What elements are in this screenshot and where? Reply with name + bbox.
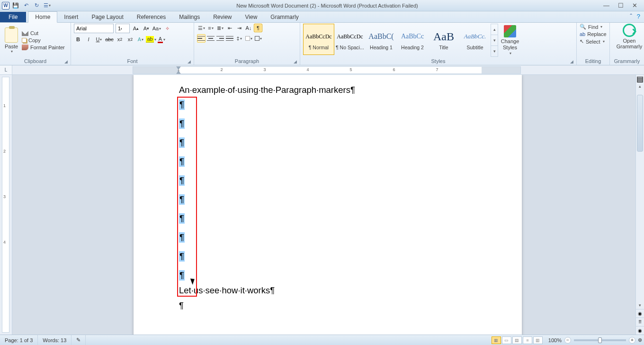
highlight-button[interactable]: ab▾ (147, 35, 155, 44)
italic-button[interactable]: I (84, 35, 93, 44)
document-canvas[interactable]: An·example·of·using·the·Paragraph·marker… (12, 75, 635, 335)
save-icon[interactable]: 💾 (11, 1, 20, 10)
tab-view[interactable]: View (239, 12, 264, 22)
close-button[interactable]: ✕ (632, 2, 637, 9)
paragraph-mark[interactable]: ¶ (179, 171, 476, 190)
full-screen-view-button[interactable]: ▭ (502, 336, 511, 344)
paragraph-mark[interactable]: ¶ (179, 133, 476, 152)
print-layout-view-button[interactable]: ▦ (492, 336, 501, 344)
scroll-thumb[interactable] (637, 95, 643, 152)
bullets-button[interactable]: ☰▾ (197, 24, 206, 32)
gallery-up-icon[interactable]: ▴ (491, 24, 498, 35)
page[interactable]: An·example·of·using·the·Paragraph·marker… (134, 75, 522, 335)
align-right-button[interactable] (216, 34, 224, 43)
justify-button[interactable] (225, 34, 234, 43)
align-left-button[interactable] (197, 34, 206, 43)
line-spacing-button[interactable]: ‡▾ (235, 34, 243, 43)
paragraph-mark[interactable]: ¶ (179, 114, 476, 133)
zoom-in-button[interactable]: + (629, 337, 635, 344)
align-center-button[interactable] (206, 34, 215, 43)
horizontal-ruler[interactable]: 1234567 (133, 66, 521, 74)
zoom-fit-icon[interactable]: ⊕ (635, 337, 644, 343)
status-proofing[interactable]: ✎ (72, 335, 86, 345)
style-heading-1[interactable]: AaBbC(Heading 1 (366, 24, 397, 55)
redo-icon[interactable]: ↻ (32, 1, 41, 10)
tab-insert[interactable]: Insert (57, 12, 85, 22)
decrease-indent-button[interactable]: ⇤ (225, 24, 234, 32)
numbering-button[interactable]: ≡▾ (206, 24, 215, 32)
status-words[interactable]: Words: 13 (38, 335, 72, 345)
browse-object-icon[interactable]: ⠿ (636, 318, 644, 326)
scroll-track[interactable] (636, 90, 644, 301)
paragraph-mark[interactable]: ¶ (179, 190, 476, 209)
strikethrough-button[interactable]: abc (105, 35, 114, 44)
zoom-level[interactable]: 100% (546, 337, 564, 343)
vertical-ruler[interactable]: 1234 (0, 75, 12, 335)
minimize-button[interactable]: — (603, 2, 609, 9)
style-subtitle[interactable]: AaBbCc.Subtitle (459, 24, 491, 55)
outline-view-button[interactable]: ≡ (523, 336, 532, 344)
-styleslauncher-icon[interactable]: ◢ (570, 59, 573, 64)
hanging-indent-icon[interactable] (176, 71, 181, 74)
change-case-button[interactable]: Aa▾ (152, 24, 161, 33)
paragraph-mark[interactable]: ¶ (179, 247, 476, 266)
open-grammarly-button[interactable]: Open Grammarly (613, 24, 644, 49)
font-name-select[interactable] (74, 24, 114, 33)
text-line[interactable]: An·example·of·using·the·Paragraph·marker… (179, 84, 476, 95)
paragraph-mark[interactable]: ¶ (179, 95, 476, 114)
multilevel-button[interactable]: ≣▾ (216, 24, 224, 32)
gallery-down-icon[interactable]: ▾ (491, 35, 498, 46)
text-effects-button[interactable]: A▾ (136, 35, 145, 44)
undo-icon[interactable]: ↶ (22, 1, 30, 10)
select-button[interactable]: ↖Select▾ (580, 38, 607, 45)
underline-button[interactable]: U▾ (95, 35, 103, 44)
style-heading-2[interactable]: AaBbCcHeading 2 (397, 24, 428, 55)
tab-references[interactable]: References (130, 12, 172, 22)
tab-file[interactable]: File (0, 12, 26, 22)
grow-font-button[interactable]: A▴ (132, 24, 140, 33)
copy-button[interactable]: Copy (22, 37, 65, 43)
help-icon[interactable]: ? (637, 13, 640, 20)
change-styles-button[interactable]: Change Styles ▾ (498, 24, 522, 57)
tab-grammarly[interactable]: Grammarly (264, 12, 305, 22)
clear-formatting-button[interactable]: ✧ (163, 24, 171, 33)
-paragraphlauncher-icon[interactable]: ◢ (294, 59, 297, 64)
sort-button[interactable]: A↓ (244, 24, 253, 32)
text-line[interactable]: Let·us·see·how·it·works¶ (179, 285, 476, 296)
paste-button[interactable]: Paste ▾ (3, 24, 20, 57)
gallery-more-icon[interactable]: ▾ (491, 46, 498, 56)
subscript-button[interactable]: x2 (116, 35, 124, 44)
format-painter-button[interactable]: Format Painter (22, 45, 65, 50)
scroll-up-icon[interactable]: ▴ (636, 82, 644, 90)
ruler-toggle-icon[interactable]: ▤ (636, 75, 644, 82)
paragraph-mark[interactable]: ¶ (179, 152, 476, 171)
zoom-knob[interactable] (598, 337, 602, 343)
find-button[interactable]: 🔍Find▾ (580, 24, 607, 30)
tab-page-layout[interactable]: Page Layout (85, 12, 130, 22)
paragraph-mark[interactable]: ¶ (179, 296, 476, 315)
style--normal[interactable]: AaBbCcDc¶ Normal (303, 24, 334, 55)
shading-button[interactable]: ▾ (244, 34, 253, 43)
replace-button[interactable]: abReplace (580, 31, 607, 37)
zoom-slider[interactable] (574, 339, 626, 341)
prev-page-icon[interactable]: ◉ (636, 309, 644, 318)
first-line-indent-icon[interactable] (176, 66, 181, 70)
zoom-out-button[interactable]: − (564, 337, 571, 344)
paragraph-mark[interactable]: ¶ (179, 266, 476, 285)
cut-button[interactable]: Cut (22, 30, 65, 36)
paragraph-mark[interactable]: ¶ (179, 228, 476, 247)
tab-home[interactable]: Home (28, 11, 57, 23)
tab-selector[interactable]: L (0, 65, 12, 74)
bold-button[interactable]: B (74, 35, 82, 44)
draft-view-button[interactable]: ▥ (533, 336, 543, 344)
show-hide-pilcrow-button[interactable]: ¶ (254, 24, 262, 32)
minimize-ribbon-icon[interactable]: ˆ (630, 13, 632, 20)
status-page[interactable]: Page: 1 of 3 (0, 335, 38, 345)
web-layout-view-button[interactable]: ▤ (512, 336, 522, 344)
next-page-icon[interactable]: ◉ (636, 326, 644, 335)
scroll-down-icon[interactable]: ▾ (636, 301, 644, 309)
qat-customize-icon[interactable]: ☰▾ (43, 1, 51, 10)
font-color-button[interactable]: A▾ (157, 35, 166, 44)
font-size-select[interactable] (116, 24, 130, 33)
style-title[interactable]: AaBTitle (428, 24, 459, 55)
